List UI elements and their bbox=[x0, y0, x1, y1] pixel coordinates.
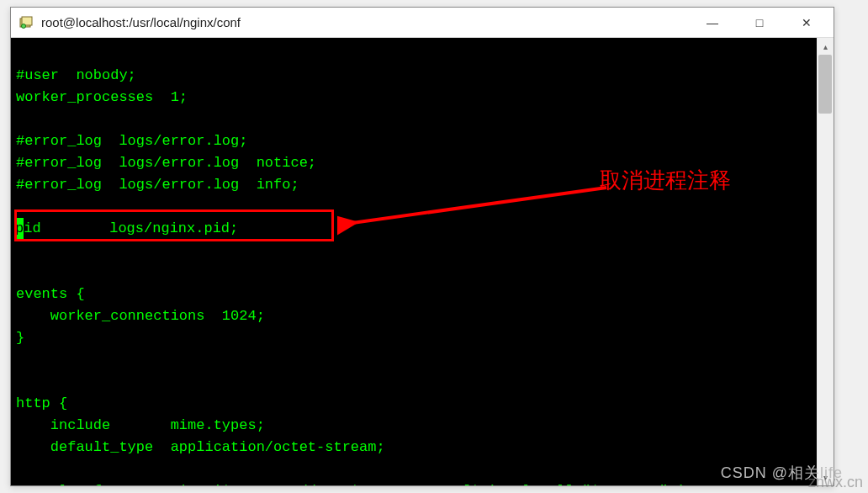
close-button[interactable]: ✕ bbox=[783, 8, 830, 37]
scroll-up-button[interactable]: ▴ bbox=[817, 38, 834, 55]
terminal-area[interactable]: #user nobody; worker_processes 1; #error… bbox=[11, 38, 834, 485]
minimize-button[interactable]: — bbox=[689, 8, 736, 37]
cursor: p bbox=[15, 218, 24, 240]
terminal-content: #user nobody; worker_processes 1; #error… bbox=[11, 38, 834, 485]
svg-point-2 bbox=[22, 24, 26, 28]
titlebar: root@localhost:/usr/local/nginx/conf — □… bbox=[11, 8, 834, 38]
window-controls: — □ ✕ bbox=[689, 8, 830, 37]
app-icon bbox=[18, 14, 34, 31]
watermark-site: znwx.cn bbox=[808, 474, 863, 491]
scroll-thumb[interactable] bbox=[818, 55, 832, 114]
terminal-window: root@localhost:/usr/local/nginx/conf — □… bbox=[10, 7, 834, 486]
scroll-track[interactable] bbox=[817, 55, 834, 469]
maximize-button[interactable]: □ bbox=[736, 8, 783, 37]
scrollbar[interactable]: ▴ ▾ bbox=[817, 38, 834, 485]
window-title: root@localhost:/usr/local/nginx/conf bbox=[41, 15, 689, 29]
